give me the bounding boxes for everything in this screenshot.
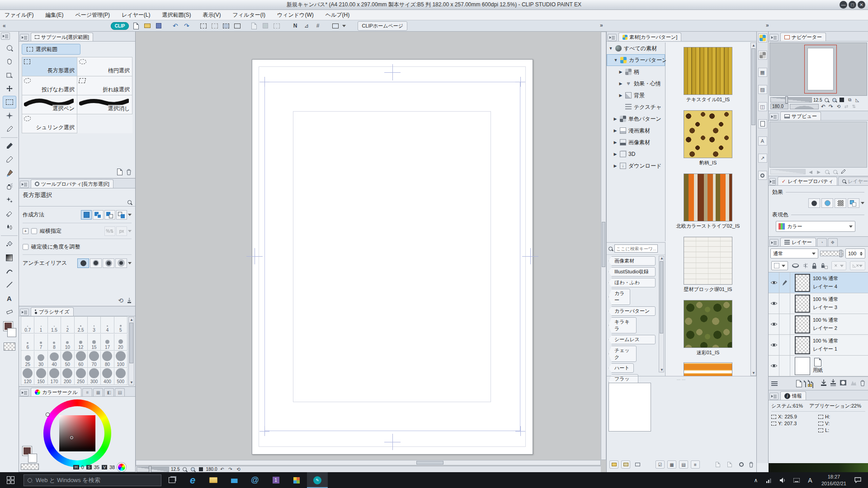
new-layer-icon[interactable] bbox=[796, 380, 802, 387]
navigator-tab[interactable]: ナビゲーター bbox=[780, 33, 826, 41]
mixing-palette-tab-icon[interactable]: ◧ bbox=[104, 388, 114, 396]
blend-tool-icon[interactable] bbox=[3, 221, 16, 234]
snap-angle-icon[interactable]: ⊿ bbox=[302, 22, 311, 30]
tool-property-menu-icon[interactable] bbox=[20, 181, 29, 188]
subview-eyedropper-icon[interactable] bbox=[840, 169, 846, 174]
airbrush-tool-icon[interactable] bbox=[3, 180, 16, 193]
color-panel-menu-icon[interactable] bbox=[20, 389, 29, 396]
dock-settings-icon[interactable] bbox=[758, 171, 767, 180]
animation-tab-icon[interactable]: ◔ bbox=[817, 238, 827, 246]
tag-sparkle[interactable]: キラキラ bbox=[609, 317, 637, 333]
material-menu-icon[interactable] bbox=[608, 34, 617, 41]
maximize-button[interactable]: □ bbox=[849, 1, 856, 9]
reselect-icon[interactable] bbox=[210, 22, 219, 30]
navigator-rotate-left-icon[interactable]: ↶ bbox=[820, 104, 826, 109]
layer-row-4[interactable]: 100 % 通常 レイヤー 4 bbox=[769, 272, 868, 293]
fill-icon[interactable] bbox=[261, 22, 269, 30]
volume-icon[interactable] bbox=[777, 472, 789, 488]
layer-visible-icon[interactable] bbox=[770, 280, 778, 285]
move-to-folder-icon[interactable] bbox=[621, 460, 630, 469]
brush-size-cell[interactable]: 2 bbox=[61, 317, 74, 333]
delete-material-icon[interactable] bbox=[749, 461, 754, 468]
tree-item-texture[interactable]: テクスチャ bbox=[607, 101, 665, 113]
clear-icon[interactable] bbox=[250, 22, 258, 30]
brush-size-cell[interactable]: 40 bbox=[48, 351, 61, 368]
store-icon[interactable] bbox=[224, 472, 245, 488]
layer-visible-icon[interactable] bbox=[770, 343, 778, 347]
aspect-length-icon[interactable]: px bbox=[116, 226, 127, 236]
material-search-input[interactable] bbox=[614, 244, 658, 253]
merge-visible-icon[interactable] bbox=[830, 379, 836, 388]
navigator-flip-h-icon[interactable]: ⇄ bbox=[843, 104, 849, 109]
start-button[interactable] bbox=[0, 472, 21, 488]
snap-ruler-icon[interactable]: N bbox=[291, 22, 299, 30]
brush-size-cell[interactable]: 80 bbox=[101, 351, 114, 368]
menu-view[interactable]: 表示(V) bbox=[203, 11, 221, 19]
tag-color[interactable]: カラー bbox=[609, 289, 630, 305]
dock-arrow-icon[interactable]: ↗ bbox=[758, 154, 767, 163]
redo-icon[interactable]: ↷ bbox=[182, 22, 191, 30]
dock-material2-icon[interactable] bbox=[758, 51, 767, 60]
dock-text-icon[interactable]: A bbox=[758, 136, 767, 145]
deselect-icon[interactable] bbox=[199, 22, 208, 30]
layer-thumbnail[interactable] bbox=[795, 315, 810, 333]
canvas-reset-rotation-icon[interactable]: ⟲ bbox=[236, 467, 242, 472]
layer-name[interactable]: レイヤー 4 bbox=[813, 283, 838, 290]
layer-name[interactable]: レイヤー 1 bbox=[813, 346, 838, 352]
hand-tool-icon[interactable] bbox=[3, 55, 16, 68]
navigator-rotation-slider[interactable] bbox=[790, 104, 819, 109]
brush-size-cell[interactable]: 17 bbox=[101, 334, 114, 351]
tree-item-background[interactable]: ▶背景 bbox=[607, 89, 665, 101]
brush-size-cell[interactable]: 70 bbox=[88, 351, 101, 368]
brush-size-cell[interactable]: 0.7 bbox=[21, 317, 34, 333]
navigator-zoom-out-icon[interactable] bbox=[823, 97, 830, 103]
layer-property-menu-icon[interactable] bbox=[769, 178, 776, 185]
layer-property-tab[interactable]: ✓レイヤープロパティ bbox=[778, 177, 837, 185]
brush-size-cell[interactable]: 25 bbox=[21, 351, 34, 368]
create-new-selection-icon[interactable] bbox=[81, 210, 92, 220]
decoration-tool-icon[interactable] bbox=[3, 194, 16, 206]
menu-file[interactable]: ファイル(F) bbox=[5, 11, 33, 19]
material-item-brick-wall[interactable]: 壁材ブロック塀01_IS bbox=[666, 237, 750, 293]
subview-menu-icon[interactable] bbox=[769, 113, 778, 120]
canvas-horizontal-scrollbar[interactable] bbox=[136, 460, 601, 465]
info-tab[interactable]: i情報 bbox=[780, 391, 806, 400]
navigator-zoom-in-icon[interactable] bbox=[831, 97, 837, 103]
tag-scrollbar[interactable]: ▲ ▼ bbox=[659, 256, 664, 372]
tree-item-manga-material[interactable]: ▶漫画素材 bbox=[607, 125, 665, 136]
subview-zoom-slider[interactable] bbox=[770, 169, 806, 174]
subtool-item-erase-selection[interactable]: 選択消し bbox=[77, 95, 132, 114]
aspect-checkbox[interactable] bbox=[31, 228, 37, 234]
apply-material-icon[interactable] bbox=[725, 460, 734, 469]
pencil-tool-icon[interactable] bbox=[3, 153, 16, 166]
brush-size-tab[interactable]: ブラシサイズ bbox=[31, 307, 74, 316]
saturation-value-square[interactable] bbox=[59, 415, 95, 451]
aspect-ratio-icon[interactable]: %⇅ bbox=[104, 226, 115, 236]
dock-image-icon[interactable] bbox=[758, 119, 767, 128]
canvas-zoom-slider[interactable] bbox=[137, 467, 169, 472]
layer-row-2[interactable]: 100 % 通常 レイヤー 2 bbox=[769, 314, 868, 335]
brush-size-cell[interactable]: 400 bbox=[101, 368, 114, 385]
taskbar-search[interactable]: Web と Windows を検索 bbox=[24, 474, 161, 486]
open-file-icon[interactable] bbox=[143, 22, 151, 30]
brush-size-scrollbar[interactable]: ▲ ▼ bbox=[128, 317, 134, 385]
brush-size-cell[interactable]: 5 bbox=[114, 317, 127, 333]
canvas-rotate-right-icon[interactable]: ↷ bbox=[227, 467, 234, 472]
tree-item-3d[interactable]: ▶3D bbox=[607, 148, 665, 160]
hue-ring[interactable] bbox=[43, 399, 111, 467]
eraser-tool-icon[interactable] bbox=[3, 207, 16, 220]
antialias-medium-icon[interactable] bbox=[103, 258, 114, 268]
new-folder-layer-icon[interactable] bbox=[805, 380, 806, 387]
pen-tool-icon[interactable] bbox=[3, 140, 16, 152]
layer-name[interactable]: レイヤー 2 bbox=[813, 325, 838, 332]
onenote-icon[interactable]: 1 bbox=[265, 472, 286, 488]
clip-homepage-button[interactable]: CLIPホームページ bbox=[358, 21, 407, 31]
action-center-icon[interactable] bbox=[852, 472, 863, 488]
tag-check[interactable]: チェック bbox=[609, 346, 637, 362]
tag-image-material[interactable]: 画像素材 bbox=[609, 256, 656, 266]
aspect-expander-icon[interactable]: + bbox=[23, 228, 28, 234]
color-circle-tab[interactable]: カラーサークル bbox=[31, 388, 81, 396]
figure-tool-icon[interactable] bbox=[3, 265, 16, 277]
auto-select-tool-icon[interactable] bbox=[3, 109, 16, 122]
dock-frame-icon[interactable]: ◫ bbox=[758, 102, 767, 111]
